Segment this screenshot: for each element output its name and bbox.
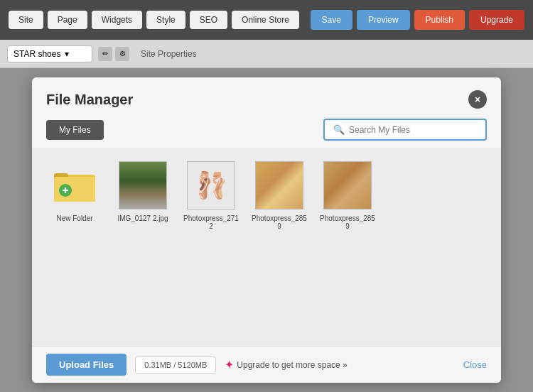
image-thumb: 🩰 bbox=[186, 160, 236, 210]
footer-close-link[interactable]: Close bbox=[463, 359, 487, 370]
save-button[interactable]: Save bbox=[311, 10, 352, 30]
flowers1-image bbox=[255, 161, 303, 209]
upload-files-button[interactable]: Upload Files bbox=[46, 354, 126, 376]
top-actions: Save Preview Publish Upgrade bbox=[311, 10, 524, 30]
file-name: IMG_0127 2.jpg bbox=[117, 214, 168, 222]
dancer-icon: 🩰 bbox=[195, 170, 227, 200]
modal-header: File Manager × bbox=[32, 77, 501, 116]
upgrade-link[interactable]: ✦ Upgrade to get more space » bbox=[225, 358, 347, 371]
flowers2-image bbox=[323, 161, 372, 209]
nav-seo-btn[interactable]: SEO bbox=[190, 11, 227, 29]
dropdown-icon: ▾ bbox=[65, 49, 69, 59]
search-icon: 🔍 bbox=[333, 124, 345, 135]
file-name: Photoxpress_2859 bbox=[319, 214, 376, 230]
nav-page-btn[interactable]: Page bbox=[48, 11, 87, 29]
my-files-tab[interactable]: My Files bbox=[46, 120, 104, 140]
list-item[interactable]: New Folder bbox=[46, 160, 103, 230]
modal-close-button[interactable]: × bbox=[468, 90, 487, 109]
edit-pencil-icon[interactable]: ✏ bbox=[98, 47, 112, 61]
nav-store-btn[interactable]: Online Store bbox=[232, 11, 299, 29]
file-manager-modal: File Manager × My Files 🔍 bbox=[32, 77, 501, 383]
modal-footer: Upload Files 0.31MB / 5120MB ✦ Upgrade t… bbox=[32, 346, 501, 383]
modal-content: New Folder IMG_0127 2.jpg 🩰 bbox=[32, 148, 501, 346]
upgrade-button[interactable]: Upgrade bbox=[469, 10, 524, 30]
edit-icons: ✏ ⚙ bbox=[98, 47, 129, 61]
file-name: New Folder bbox=[56, 214, 92, 222]
page-area: File Manager × My Files 🔍 bbox=[0, 68, 533, 392]
site-properties-button[interactable]: Site Properties bbox=[135, 46, 203, 62]
image-thumb bbox=[323, 160, 372, 210]
list-item[interactable]: 🩰 Photoxpress_2712 bbox=[183, 160, 239, 230]
svg-rect-6 bbox=[65, 187, 66, 193]
preview-button[interactable]: Preview bbox=[357, 10, 410, 30]
image-thumb bbox=[254, 160, 304, 210]
nav-widgets-btn[interactable]: Widgets bbox=[92, 11, 142, 29]
file-grid: New Folder IMG_0127 2.jpg 🩰 bbox=[46, 155, 487, 236]
publish-button[interactable]: Publish bbox=[414, 10, 465, 30]
second-bar: STAR shoes ▾ ✏ ⚙ Site Properties bbox=[0, 40, 533, 68]
modal-title: File Manager bbox=[46, 92, 133, 108]
folder-thumb bbox=[50, 160, 99, 210]
star-icon: ✦ bbox=[225, 358, 234, 371]
image-thumb bbox=[118, 160, 168, 210]
file-name: Photoxpress_2859 bbox=[251, 214, 308, 230]
search-input[interactable] bbox=[349, 125, 477, 135]
top-bar: Site Page Widgets Style SEO Online Store… bbox=[0, 0, 533, 40]
storage-badge: 0.31MB / 5120MB bbox=[135, 356, 216, 374]
nav-style-btn[interactable]: Style bbox=[146, 11, 185, 29]
edit-settings-icon[interactable]: ⚙ bbox=[115, 47, 129, 61]
list-item[interactable]: Photoxpress_2859 bbox=[251, 160, 308, 230]
nav-site-btn[interactable]: Site bbox=[9, 11, 43, 29]
site-selector[interactable]: STAR shoes ▾ bbox=[7, 45, 92, 62]
list-item[interactable]: IMG_0127 2.jpg bbox=[114, 160, 171, 230]
dancer-image: 🩰 bbox=[187, 161, 235, 209]
site-name: STAR shoes bbox=[14, 49, 60, 59]
search-box: 🔍 bbox=[323, 119, 487, 141]
folder-icon bbox=[54, 168, 95, 203]
modal-toolbar: My Files 🔍 bbox=[32, 116, 501, 148]
list-item[interactable]: Photoxpress_2859 bbox=[319, 160, 376, 230]
upgrade-label: Upgrade to get more space » bbox=[237, 360, 347, 370]
forest-image bbox=[119, 161, 167, 209]
file-name: Photoxpress_2712 bbox=[183, 214, 239, 230]
